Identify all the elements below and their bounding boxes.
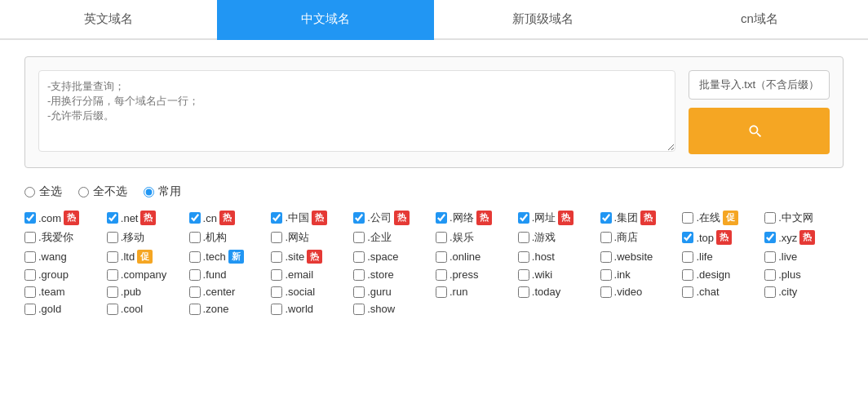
domain-checkbox[interactable] <box>353 212 365 224</box>
domain-item[interactable]: .wiki <box>518 268 597 281</box>
domain-item[interactable]: .video <box>600 286 680 298</box>
domain-item[interactable]: .娱乐 <box>436 230 515 245</box>
domain-checkbox[interactable] <box>600 269 612 281</box>
domain-item[interactable]: .wang <box>24 250 104 264</box>
domain-checkbox[interactable] <box>764 232 776 243</box>
domain-item[interactable]: .today <box>518 286 597 298</box>
domain-checkbox[interactable] <box>107 232 118 243</box>
select-none-option[interactable]: 全不选 <box>78 184 127 199</box>
domain-item[interactable]: .我爱你 <box>24 230 104 245</box>
domain-checkbox[interactable] <box>24 232 36 243</box>
domain-checkbox[interactable] <box>271 251 282 263</box>
domain-item[interactable]: .city <box>764 286 844 298</box>
domain-item[interactable]: .online <box>436 250 515 264</box>
domain-item[interactable]: .集团热 <box>600 211 680 225</box>
domain-checkbox[interactable] <box>107 269 118 281</box>
domain-item[interactable]: .center <box>189 286 268 298</box>
domain-checkbox[interactable] <box>271 286 282 298</box>
domain-checkbox[interactable] <box>682 232 693 243</box>
domain-item[interactable]: .xyz热 <box>764 230 844 245</box>
domain-checkbox[interactable] <box>189 251 201 263</box>
domain-item[interactable]: .移动 <box>107 230 186 245</box>
domain-checkbox[interactable] <box>764 269 776 281</box>
tab-english-domain[interactable]: 英文域名 <box>0 0 217 40</box>
domain-item[interactable]: .press <box>436 268 515 281</box>
domain-item[interactable]: .world <box>271 303 350 315</box>
domain-item[interactable]: .fund <box>189 268 268 281</box>
domain-item[interactable]: .在线促 <box>682 211 761 225</box>
tab-cn-domain[interactable]: cn域名 <box>651 0 868 40</box>
domain-item[interactable]: .com热 <box>24 211 104 225</box>
domain-checkbox[interactable] <box>271 304 282 315</box>
domain-checkbox[interactable] <box>436 251 447 263</box>
domain-checkbox[interactable] <box>107 304 118 315</box>
domain-checkbox[interactable] <box>518 286 529 298</box>
domain-checkbox[interactable] <box>436 269 447 281</box>
domain-checkbox[interactable] <box>189 232 201 243</box>
domain-checkbox[interactable] <box>271 212 282 224</box>
domain-item[interactable]: .机构 <box>189 230 268 245</box>
domain-checkbox[interactable] <box>518 232 529 243</box>
domain-checkbox[interactable] <box>24 304 36 315</box>
domain-checkbox[interactable] <box>682 212 693 224</box>
domain-checkbox[interactable] <box>189 286 201 298</box>
domain-item[interactable]: .tech新 <box>189 250 268 264</box>
domain-item[interactable]: .网址热 <box>518 211 597 225</box>
domain-item[interactable]: .cn热 <box>189 211 268 225</box>
domain-checkbox[interactable] <box>107 212 118 224</box>
domain-item[interactable]: .pub <box>107 286 186 298</box>
domain-checkbox[interactable] <box>436 232 447 243</box>
tab-new-tld[interactable]: 新顶级域名 <box>434 0 651 40</box>
domain-checkbox[interactable] <box>518 251 529 263</box>
domain-checkbox[interactable] <box>189 304 201 315</box>
domain-item[interactable]: .life <box>682 250 761 264</box>
domain-item[interactable]: .social <box>271 286 350 298</box>
domain-item[interactable]: .ltd促 <box>107 250 186 264</box>
domain-item[interactable]: .中文网 <box>764 211 844 225</box>
tab-chinese-domain[interactable]: 中文域名 <box>217 0 434 40</box>
domain-item[interactable]: .show <box>353 303 432 315</box>
domain-checkbox[interactable] <box>107 286 118 298</box>
domain-checkbox[interactable] <box>600 251 612 263</box>
domain-item[interactable]: .host <box>518 250 597 264</box>
select-all-radio[interactable] <box>24 187 35 197</box>
domain-checkbox[interactable] <box>353 286 365 298</box>
domain-checkbox[interactable] <box>353 232 365 243</box>
domain-checkbox[interactable] <box>764 286 776 298</box>
domain-item[interactable]: .top热 <box>682 230 761 245</box>
domain-item[interactable]: .游戏 <box>518 230 597 245</box>
domain-item[interactable]: .商店 <box>600 230 680 245</box>
domain-textarea[interactable] <box>38 70 675 152</box>
domain-checkbox[interactable] <box>24 251 36 263</box>
domain-item[interactable]: .网络热 <box>436 211 515 225</box>
select-none-radio[interactable] <box>78 187 89 197</box>
select-common-radio[interactable] <box>144 187 154 197</box>
domain-checkbox[interactable] <box>682 251 693 263</box>
domain-item[interactable]: .gold <box>24 303 104 315</box>
domain-item[interactable]: .group <box>24 268 104 281</box>
search-button[interactable] <box>689 108 830 154</box>
select-all-option[interactable]: 全选 <box>24 184 62 199</box>
domain-item[interactable]: .site热 <box>271 250 350 264</box>
domain-checkbox[interactable] <box>600 232 612 243</box>
domain-checkbox[interactable] <box>518 212 529 224</box>
domain-checkbox[interactable] <box>600 286 612 298</box>
domain-item[interactable]: .design <box>682 268 761 281</box>
domain-checkbox[interactable] <box>436 212 447 224</box>
domain-checkbox[interactable] <box>24 286 36 298</box>
domain-checkbox[interactable] <box>600 212 612 224</box>
domain-item[interactable]: .net热 <box>107 211 186 225</box>
domain-item[interactable]: .chat <box>682 286 761 298</box>
domain-checkbox[interactable] <box>189 212 201 224</box>
domain-checkbox[interactable] <box>682 269 693 281</box>
domain-checkbox[interactable] <box>764 251 776 263</box>
domain-item[interactable]: .space <box>353 250 432 264</box>
domain-item[interactable]: .plus <box>764 268 844 281</box>
domain-checkbox[interactable] <box>189 269 201 281</box>
import-button[interactable]: 批量导入.txt（不含后缀） <box>689 70 830 100</box>
domain-checkbox[interactable] <box>353 304 365 315</box>
domain-checkbox[interactable] <box>353 251 365 263</box>
domain-item[interactable]: .企业 <box>353 230 432 245</box>
domain-item[interactable]: .run <box>436 286 515 298</box>
domain-checkbox[interactable] <box>764 212 776 224</box>
